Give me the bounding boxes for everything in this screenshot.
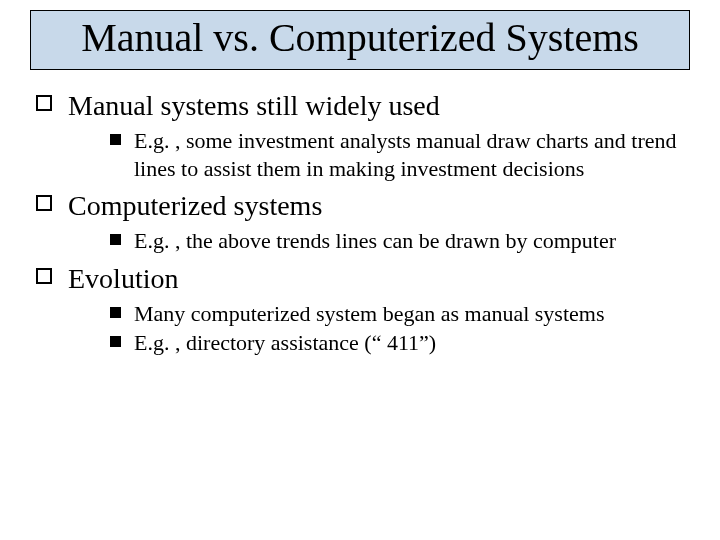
bullet-text: Computerized systems bbox=[68, 190, 322, 221]
sub-bullet-text: Many computerized system began as manual… bbox=[134, 301, 604, 326]
bullet-item: Computerized systems E.g. , the above tr… bbox=[28, 188, 692, 255]
sub-bullet-item: E.g. , the above trends lines can be dra… bbox=[104, 227, 692, 255]
solid-square-icon bbox=[110, 134, 121, 145]
sub-bullet-item: E.g. , some investment analysts manual d… bbox=[104, 127, 692, 182]
bullet-item: Manual systems still widely used E.g. , … bbox=[28, 88, 692, 182]
sub-bullet-text: E.g. , the above trends lines can be dra… bbox=[134, 228, 616, 253]
hollow-square-icon bbox=[36, 268, 52, 284]
slide: Manual vs. Computerized Systems Manual s… bbox=[0, 0, 720, 540]
sub-bullet-text: E.g. , some investment analysts manual d… bbox=[134, 128, 677, 181]
sub-bullet-item: Many computerized system began as manual… bbox=[104, 300, 692, 328]
bullet-item: Evolution Many computerized system began… bbox=[28, 261, 692, 357]
slide-title: Manual vs. Computerized Systems bbox=[37, 15, 683, 61]
solid-square-icon bbox=[110, 307, 121, 318]
solid-square-icon bbox=[110, 234, 121, 245]
content-area: Manual systems still widely used E.g. , … bbox=[28, 88, 692, 357]
sub-bullet-text: E.g. , directory assistance (“ 411”) bbox=[134, 330, 436, 355]
hollow-square-icon bbox=[36, 195, 52, 211]
bullet-text: Evolution bbox=[68, 263, 178, 294]
hollow-square-icon bbox=[36, 95, 52, 111]
sub-bullet-item: E.g. , directory assistance (“ 411”) bbox=[104, 329, 692, 357]
solid-square-icon bbox=[110, 336, 121, 347]
bullet-text: Manual systems still widely used bbox=[68, 90, 440, 121]
title-box: Manual vs. Computerized Systems bbox=[30, 10, 690, 70]
